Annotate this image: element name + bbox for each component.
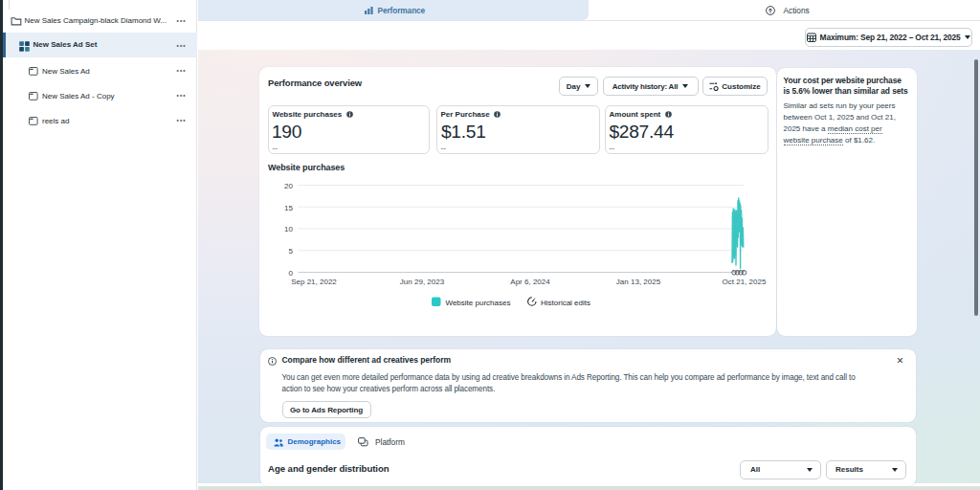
svg-text:Jan 13, 2025: Jan 13, 2025 xyxy=(616,278,661,286)
svg-text:0: 0 xyxy=(289,269,294,278)
svg-text:20: 20 xyxy=(284,182,293,190)
svg-text:Oct 21, 2025: Oct 21, 2025 xyxy=(723,278,767,286)
svg-text:Website purchases: Website purchases xyxy=(446,299,511,307)
svg-text:Historical edits: Historical edits xyxy=(541,299,590,307)
svg-text:Jun 29, 2023: Jun 29, 2023 xyxy=(400,278,445,286)
svg-text:Sep 21, 2022: Sep 21, 2022 xyxy=(291,278,337,286)
svg-text:10: 10 xyxy=(284,225,293,234)
svg-text:5: 5 xyxy=(289,247,294,256)
svg-text:Apr 6, 2024: Apr 6, 2024 xyxy=(510,278,550,286)
svg-text:15: 15 xyxy=(284,204,293,212)
